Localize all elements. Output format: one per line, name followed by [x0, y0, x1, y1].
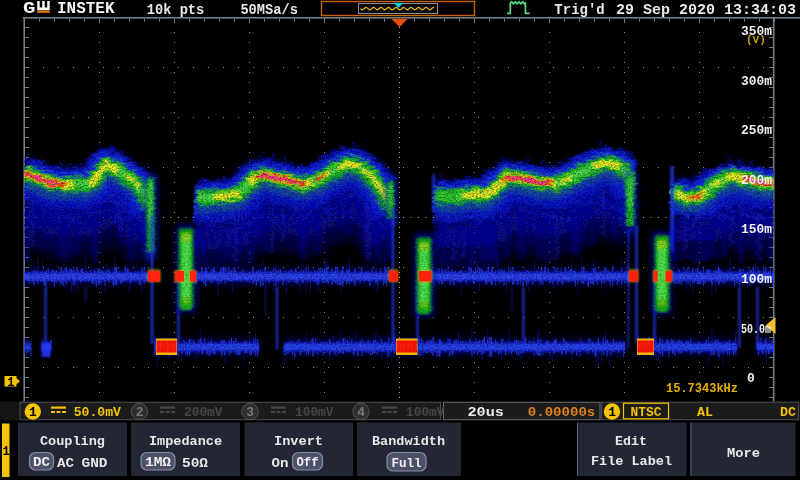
svg-text:DC: DC — [780, 405, 796, 420]
svg-text:10k pts: 10k pts — [147, 2, 205, 18]
svg-text:3: 3 — [246, 405, 254, 420]
svg-text:Impedance: Impedance — [149, 434, 222, 449]
svg-text:GND: GND — [82, 456, 108, 471]
svg-text:100mV: 100mV — [406, 405, 445, 420]
svg-text:Coupling: Coupling — [40, 434, 105, 449]
svg-text:Off: Off — [297, 455, 319, 470]
svg-text:AL: AL — [697, 405, 713, 420]
svg-text:(V): (V) — [746, 34, 766, 46]
svg-text:4: 4 — [357, 405, 365, 420]
svg-text:20us: 20us — [468, 405, 505, 420]
svg-text:50MSa/s: 50MSa/s — [240, 2, 298, 18]
svg-text:0: 0 — [747, 371, 755, 386]
svg-text:More: More — [727, 446, 760, 461]
svg-text:0.00000s: 0.00000s — [528, 405, 596, 420]
svg-text:Invert: Invert — [274, 434, 323, 449]
svg-text:Bandwidth: Bandwidth — [372, 434, 445, 449]
svg-text:150m: 150m — [741, 222, 772, 237]
svg-text:1: 1 — [29, 405, 37, 420]
svg-text:1MΩ: 1MΩ — [145, 455, 171, 470]
svg-text:29 Sep 2020 13:34:03: 29 Sep 2020 13:34:03 — [616, 2, 796, 18]
svg-text:G: G — [23, 0, 36, 18]
svg-text:100m: 100m — [741, 272, 772, 287]
svg-text:AC: AC — [57, 456, 74, 471]
svg-text:50Ω: 50Ω — [182, 456, 208, 471]
svg-text:1: 1 — [608, 405, 616, 420]
svg-text:Full: Full — [392, 456, 422, 471]
svg-text:File Label: File Label — [591, 454, 672, 469]
svg-text:1: 1 — [3, 445, 10, 459]
svg-text:INSTEK: INSTEK — [57, 0, 115, 18]
svg-text:300m: 300m — [741, 74, 772, 89]
svg-text:1: 1 — [7, 376, 14, 390]
svg-text:50.0m: 50.0m — [741, 322, 771, 337]
svg-text:2: 2 — [136, 405, 144, 420]
svg-text:200mV: 200mV — [184, 405, 223, 420]
svg-text:Edit: Edit — [615, 434, 647, 449]
svg-text:15.7343kHz: 15.7343kHz — [666, 381, 738, 396]
svg-text:Trig'd: Trig'd — [554, 2, 605, 18]
svg-text:200m: 200m — [741, 173, 772, 188]
svg-text:On: On — [272, 456, 289, 471]
svg-text:50.0mV: 50.0mV — [74, 405, 121, 420]
svg-text:DC: DC — [33, 455, 50, 470]
svg-text:100mV: 100mV — [295, 405, 334, 420]
svg-text:NTSC: NTSC — [631, 405, 662, 420]
svg-text:250m: 250m — [741, 123, 772, 138]
